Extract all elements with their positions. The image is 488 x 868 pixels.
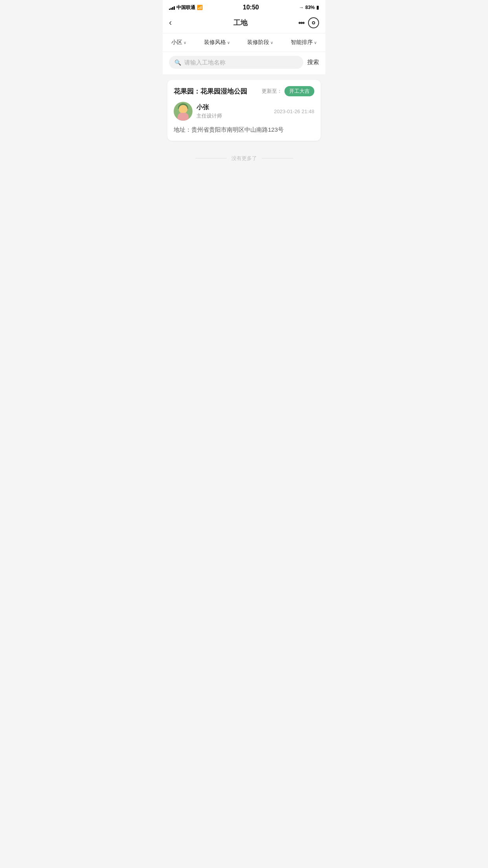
card-address: 地址：贵州省贵阳市南明区中山南路123号 xyxy=(174,125,314,134)
designer-role: 主任设计师 xyxy=(196,112,222,120)
no-more-indicator: 没有更多了 xyxy=(167,145,321,171)
nav-bar: ‹ 工地 ••• xyxy=(163,13,325,33)
camera-button[interactable] xyxy=(308,17,319,28)
more-options-button[interactable]: ••• xyxy=(298,18,304,28)
location-icon: → xyxy=(299,5,304,10)
card-update: 更新至： 开工大吉 xyxy=(262,86,314,96)
carrier-label: 中国联通 xyxy=(176,4,195,11)
avatar xyxy=(174,102,193,121)
designer-info: 小张 主任设计师 xyxy=(196,103,222,120)
status-time: 10:50 xyxy=(243,4,259,11)
no-more-line-left xyxy=(195,158,227,158)
filter-stage-label: 装修阶段 xyxy=(247,39,269,46)
signal-icon xyxy=(169,5,175,10)
chevron-down-icon: ∨ xyxy=(314,40,317,45)
filter-style[interactable]: 装修风格 ∨ xyxy=(204,39,230,46)
worksite-card[interactable]: 花果园：花果园湿地公园 更新至： 开工大吉 小张 主任设计师 2023-01-2… xyxy=(167,80,321,141)
card-header: 花果园：花果园湿地公园 更新至： 开工大吉 xyxy=(174,86,314,96)
status-badge: 开工大吉 xyxy=(284,86,314,96)
search-button[interactable]: 搜索 xyxy=(307,59,319,66)
designer-name: 小张 xyxy=(196,103,222,112)
designer-left: 小张 主任设计师 xyxy=(174,102,222,121)
avatar-head xyxy=(179,105,187,114)
wifi-icon: 📶 xyxy=(197,5,203,10)
designer-date: 2023-01-26 21:48 xyxy=(274,108,314,114)
update-label: 更新至： xyxy=(262,88,282,95)
search-input-wrapper: 🔍 xyxy=(169,56,303,69)
chevron-down-icon: ∨ xyxy=(270,40,273,45)
avatar-body xyxy=(178,113,189,121)
filter-stage[interactable]: 装修阶段 ∨ xyxy=(247,39,273,46)
status-right: → 83% ▮ xyxy=(299,5,319,10)
filter-sort[interactable]: 智能排序 ∨ xyxy=(291,39,317,46)
designer-row: 小张 主任设计师 2023-01-26 21:48 xyxy=(174,102,314,121)
nav-right-actions: ••• xyxy=(298,17,319,28)
no-more-line-right xyxy=(262,158,293,158)
filter-sort-label: 智能排序 xyxy=(291,39,313,46)
filter-style-label: 装修风格 xyxy=(204,39,226,46)
filter-community[interactable]: 小区 ∨ xyxy=(171,39,186,46)
search-icon: 🔍 xyxy=(174,59,181,66)
search-input[interactable] xyxy=(184,59,298,66)
filter-community-label: 小区 xyxy=(171,39,182,46)
battery-icon: ▮ xyxy=(316,5,319,10)
chevron-down-icon: ∨ xyxy=(183,40,186,45)
filter-bar: 小区 ∨ 装修风格 ∨ 装修阶段 ∨ 智能排序 ∨ xyxy=(163,33,325,52)
battery-label: 83% xyxy=(305,5,315,10)
no-more-text: 没有更多了 xyxy=(231,155,257,162)
camera-icon xyxy=(312,21,315,24)
status-bar: 中国联通 📶 10:50 → 83% ▮ xyxy=(163,0,325,13)
card-title: 花果园：花果园湿地公园 xyxy=(174,87,247,96)
status-left: 中国联通 📶 xyxy=(169,4,203,11)
page-title: 工地 xyxy=(233,18,248,28)
search-bar: 🔍 搜索 xyxy=(163,52,325,74)
chevron-down-icon: ∨ xyxy=(227,40,230,45)
back-button[interactable]: ‹ xyxy=(169,18,183,28)
content-area: 花果园：花果园湿地公园 更新至： 开工大吉 小张 主任设计师 2023-01-2… xyxy=(163,74,325,177)
